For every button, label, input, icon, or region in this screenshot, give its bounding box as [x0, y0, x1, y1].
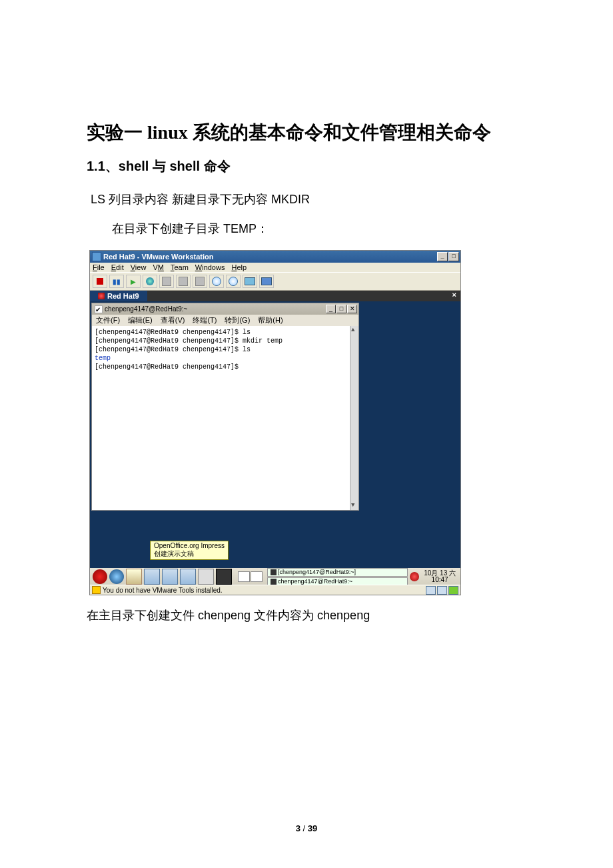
stop-button[interactable]	[93, 275, 107, 288]
page-sep: /	[301, 823, 308, 833]
menu-view[interactable]: View	[131, 263, 147, 271]
term-menu-file[interactable]: 文件(F)	[96, 315, 120, 325]
ooo-writer-icon[interactable]	[144, 569, 160, 585]
term-line-1: [chenpeng4147@RedHat9 chenpeng4147]$ ls	[95, 328, 356, 337]
workspace-switcher[interactable]	[238, 571, 263, 582]
minimize-button[interactable]: _	[437, 252, 448, 261]
unity-button[interactable]	[259, 275, 274, 288]
tooltip-line-1: OpenOffice.org Impress	[154, 542, 225, 549]
terminal-scrollbar[interactable]	[350, 326, 358, 510]
toolbar-btn-7[interactable]	[193, 275, 207, 288]
vmware-toolbar: ▮▮ ▶	[90, 272, 460, 291]
vmware-title-text: Red Hat9 - VMware Workstation	[103, 253, 213, 261]
redhat-menu-icon[interactable]	[93, 569, 107, 584]
task-icon	[271, 579, 277, 585]
vm-tab-label: Red Hat9	[107, 292, 139, 300]
vm-tab-close[interactable]: ×	[448, 291, 460, 301]
menu-edit[interactable]: Edit	[111, 263, 124, 271]
term-line-2: [chenpeng4147@RedHat9 chenpeng4147]$ mkd…	[95, 337, 356, 345]
warning-icon	[92, 586, 101, 594]
terminal-menubar[interactable]: 文件(F) 编辑(E) 查看(V) 终端(T) 转到(G) 帮助(H)	[92, 315, 358, 326]
device-icon-3[interactable]	[448, 586, 458, 595]
workspace-2[interactable]	[251, 571, 263, 582]
toolbar-btn-6[interactable]	[176, 275, 191, 288]
page-current: 3	[296, 823, 301, 833]
toolbar-btn-8[interactable]	[209, 275, 224, 288]
redhat-icon	[98, 293, 105, 299]
task-label-2: chenpeng4147@RedHat9:~	[278, 578, 352, 585]
term-line-5: [chenpeng4147@RedHat9 chenpeng4147]$	[95, 363, 356, 371]
terminal-title-text: chenpeng4147@RedHat9:~	[105, 305, 187, 313]
guest-desktop[interactable]: ✔ chenpeng4147@RedHat9:~ _ □ ✕ 文件(F) 编辑(…	[90, 301, 460, 595]
toolbar-btn-9[interactable]	[226, 275, 241, 288]
menu-file[interactable]: File	[93, 263, 105, 271]
doc-title: 实验一 linux 系统的基本命令和文件管理相关命令	[87, 120, 526, 145]
menu-vm[interactable]: VM	[153, 263, 164, 271]
vmware-status-text: You do not have VMware Tools installed.	[103, 587, 223, 594]
vmware-icon	[92, 252, 101, 261]
terminal-launcher-icon[interactable]	[216, 569, 232, 585]
tooltip: OpenOffice.org Impress 创建演示文稿	[150, 541, 229, 560]
clock[interactable]: 10月 13 六 10:47	[424, 570, 456, 583]
workspace-1[interactable]	[238, 571, 250, 582]
play-button[interactable]: ▶	[126, 275, 141, 288]
snapshot-button[interactable]	[143, 275, 157, 288]
vmware-statusbar: You do not have VMware Tools installed.	[90, 585, 460, 595]
print-icon[interactable]	[198, 569, 214, 585]
term-menu-terminal[interactable]: 终端(T)	[193, 315, 217, 325]
term-minimize-button[interactable]: _	[326, 305, 336, 313]
toolbar-btn-5[interactable]	[159, 275, 174, 288]
ooo-calc-icon[interactable]	[180, 569, 196, 585]
menu-help[interactable]: Help	[231, 263, 247, 271]
paragraph-1: LS 列目录内容 新建目录下无内容 MKDIR	[91, 191, 526, 207]
task-label-1: [chenpeng4147@RedHat9:~]	[278, 569, 356, 576]
doc-subtitle: 1.1、shell 与 shell 命令	[87, 157, 526, 175]
mail-icon[interactable]	[126, 569, 142, 585]
vmware-titlebar[interactable]: Red Hat9 - VMware Workstation _ □	[90, 251, 460, 263]
page-footer: 3 / 39	[87, 823, 526, 833]
vmware-menubar[interactable]: File Edit View VM Team Windows Help	[90, 263, 460, 272]
clock-time: 10:47	[424, 577, 456, 583]
terminal-body[interactable]: [chenpeng4147@RedHat9 chenpeng4147]$ ls …	[92, 326, 358, 510]
term-menu-view[interactable]: 查看(V)	[161, 315, 185, 325]
gnome-panel: [chenpeng4147@RedHat9:~] chenpeng4147@Re…	[90, 568, 460, 585]
fullscreen-button[interactable]	[243, 275, 257, 288]
term-menu-go[interactable]: 转到(G)	[225, 315, 250, 325]
web-browser-icon[interactable]	[109, 569, 124, 584]
ooo-impress-icon[interactable]	[162, 569, 178, 585]
vmware-device-icons	[426, 586, 458, 595]
terminal-window-menu-icon[interactable]: ✔	[95, 305, 103, 313]
term-menu-edit[interactable]: 编辑(E)	[128, 315, 153, 325]
menu-windows[interactable]: Windows	[195, 263, 225, 271]
device-icon-1[interactable]	[426, 586, 436, 595]
paragraph-3: 在主目录下创建文件 chenpeng 文件内容为 chenpeng	[87, 607, 526, 623]
terminal-titlebar[interactable]: ✔ chenpeng4147@RedHat9:~ _ □ ✕	[92, 303, 358, 315]
window-list: [chenpeng4147@RedHat9:~] chenpeng4147@Re…	[267, 568, 408, 586]
tooltip-line-2: 创建演示文稿	[154, 549, 225, 559]
window-list-item-1[interactable]: [chenpeng4147@RedHat9:~]	[267, 568, 408, 577]
vmware-window: Red Hat9 - VMware Workstation _ □ File E…	[89, 250, 461, 595]
term-line-4: temp	[95, 354, 356, 363]
term-menu-help[interactable]: 帮助(H)	[258, 315, 283, 325]
device-icon-2[interactable]	[437, 586, 447, 595]
paragraph-2: 在目录下创建子目录 TEMP：	[112, 221, 526, 237]
page-total: 39	[308, 823, 317, 833]
term-line-3: [chenpeng4147@RedHat9 chenpeng4147]$ ls	[95, 345, 356, 354]
vm-tab-redhat9[interactable]: Red Hat9	[90, 291, 147, 301]
term-close-button[interactable]: ✕	[347, 305, 357, 313]
rhn-alert-icon[interactable]	[410, 572, 419, 581]
maximize-button[interactable]: □	[448, 252, 459, 261]
task-icon	[271, 569, 277, 575]
menu-team[interactable]: Team	[171, 263, 189, 271]
vm-tabbar: Red Hat9 ×	[90, 291, 460, 301]
term-maximize-button[interactable]: □	[336, 305, 346, 313]
pause-button[interactable]: ▮▮	[109, 275, 124, 288]
terminal-window: ✔ chenpeng4147@RedHat9:~ _ □ ✕ 文件(F) 编辑(…	[91, 303, 359, 511]
